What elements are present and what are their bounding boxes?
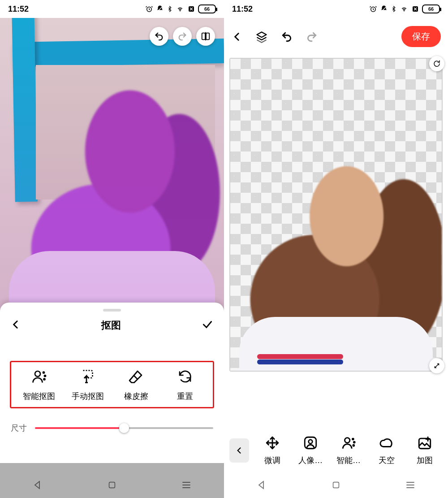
- sheet-title: 抠图: [101, 319, 121, 332]
- tool-label: 微调: [264, 455, 280, 466]
- tools-scroll-left[interactable]: [229, 438, 249, 463]
- tool-eraser[interactable]: 橡皮擦: [116, 368, 156, 402]
- dnd-icon: [156, 5, 164, 13]
- svg-rect-18: [333, 482, 339, 488]
- sheet-back-button[interactable]: [10, 319, 22, 332]
- battery-indicator: 66: [198, 4, 216, 13]
- editor-canvas[interactable]: [229, 58, 443, 372]
- canvas-resize-handle[interactable]: [429, 358, 444, 373]
- canvas-rotate-button[interactable]: [429, 56, 444, 71]
- svg-rect-3: [206, 33, 209, 40]
- sheet-grabber[interactable]: [103, 309, 121, 312]
- status-bar: 11:52 66: [0, 0, 224, 18]
- android-navbar: [224, 472, 448, 498]
- svg-rect-8: [109, 482, 115, 488]
- editor-bottom-tools: 微调 人像… 智能… 天空 加图: [224, 435, 448, 466]
- nav-back-icon[interactable]: [32, 480, 43, 490]
- no-sim-icon: [187, 5, 195, 13]
- cutout-sheet: 抠图 智能抠图 手动抠图 橡皮擦 重置 尺寸: [0, 303, 224, 463]
- tool-label: 智能…: [336, 455, 361, 466]
- tool-label: 天空: [379, 455, 395, 466]
- size-slider[interactable]: [35, 427, 213, 429]
- tool-sky[interactable]: 天空: [368, 435, 405, 466]
- bluetooth-icon: [167, 5, 173, 13]
- android-navbar: [0, 472, 224, 498]
- svg-point-13: [345, 438, 349, 443]
- status-bar: 11:52 66: [224, 0, 448, 18]
- dnd-icon: [380, 5, 388, 13]
- right-screenshot: 11:52 66 保存: [224, 0, 448, 498]
- nav-home-icon[interactable]: [107, 480, 117, 490]
- svg-point-4: [35, 371, 40, 377]
- cutout-tools-highlight: 智能抠图 手动抠图 橡皮擦 重置: [10, 361, 214, 408]
- svg-point-12: [309, 440, 313, 444]
- bluetooth-icon: [391, 5, 397, 13]
- back-button[interactable]: [231, 31, 243, 43]
- redo-button[interactable]: [306, 31, 318, 43]
- svg-point-15: [353, 442, 355, 443]
- svg-point-14: [352, 438, 353, 440]
- compare-button[interactable]: [196, 27, 215, 46]
- nav-recent-icon[interactable]: [181, 480, 192, 490]
- save-button[interactable]: 保存: [401, 26, 441, 47]
- tool-label: 人像…: [298, 455, 323, 466]
- left-screenshot: 11:52 66 抠图: [0, 0, 224, 498]
- no-sim-icon: [411, 5, 419, 13]
- editor-topbar: 保存: [224, 18, 448, 52]
- nav-home-icon[interactable]: [331, 480, 341, 490]
- photo-canvas[interactable]: [0, 18, 224, 314]
- alarm-icon: [145, 5, 153, 13]
- tool-smart[interactable]: 智能…: [331, 435, 367, 466]
- svg-point-5: [43, 372, 44, 373]
- status-time: 11:52: [8, 4, 29, 14]
- layers-button[interactable]: [255, 30, 268, 43]
- tool-label: 橡皮擦: [124, 391, 148, 402]
- alarm-icon: [369, 5, 377, 13]
- svg-point-7: [44, 379, 45, 380]
- status-time: 11:52: [232, 4, 253, 14]
- tool-label: 重置: [177, 391, 193, 402]
- slider-label: 尺寸: [11, 423, 27, 433]
- svg-rect-2: [202, 33, 205, 40]
- battery-indicator: 66: [422, 4, 440, 13]
- svg-point-16: [353, 445, 354, 446]
- tool-fine-tune[interactable]: 微调: [254, 435, 291, 466]
- wifi-icon: [400, 5, 409, 13]
- wifi-icon: [176, 5, 185, 13]
- tool-label: 手动抠图: [72, 391, 104, 402]
- tool-label: 智能抠图: [23, 391, 55, 402]
- tool-manual-cutout[interactable]: 手动抠图: [68, 368, 108, 402]
- sheet-confirm-button[interactable]: [201, 319, 214, 332]
- tool-portrait[interactable]: 人像…: [293, 435, 329, 466]
- tool-add-image[interactable]: 加图: [406, 435, 443, 466]
- nav-recent-icon[interactable]: [405, 480, 416, 490]
- nav-back-icon[interactable]: [256, 480, 267, 490]
- tool-smart-cutout[interactable]: 智能抠图: [19, 368, 59, 402]
- redo-button[interactable]: [173, 27, 192, 46]
- undo-button[interactable]: [150, 27, 168, 46]
- svg-point-6: [44, 375, 46, 377]
- tool-label: 加图: [417, 455, 433, 466]
- tool-reset[interactable]: 重置: [165, 368, 205, 402]
- undo-button[interactable]: [280, 31, 293, 43]
